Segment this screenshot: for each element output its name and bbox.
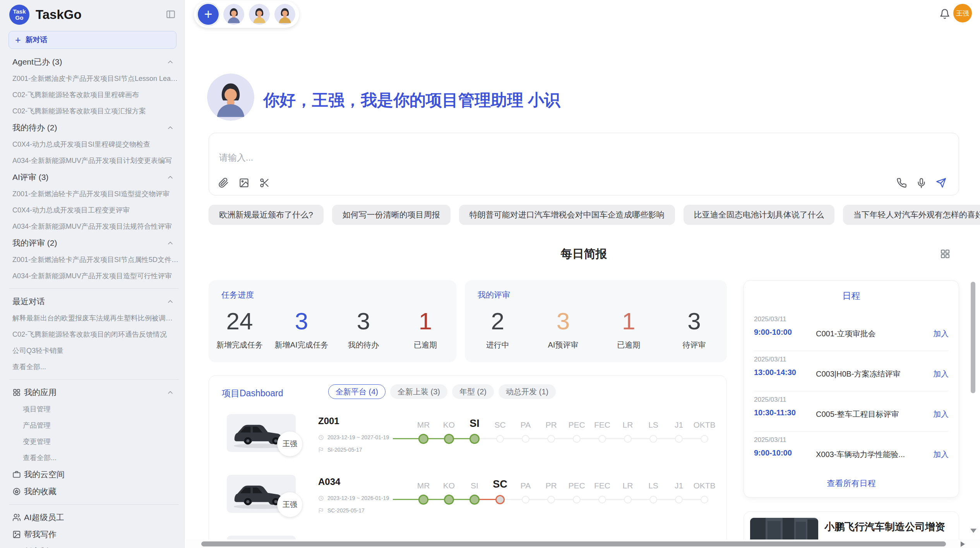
schedule-join-link[interactable]: 加入 — [933, 369, 949, 379]
section-header[interactable]: 我的待办 (2) — [12, 119, 179, 136]
person-avatar[interactable] — [274, 4, 295, 25]
app-item[interactable]: 产品管理 — [12, 417, 179, 433]
sidebar-item-star-badge[interactable]: 我的收藏 — [12, 483, 179, 500]
apps-view-all-link[interactable]: 查看全部... — [12, 450, 179, 466]
grid-view-icon[interactable] — [940, 248, 951, 259]
recent-view-all-link[interactable]: 查看全部... — [12, 359, 179, 375]
scroll-down-arrow-icon[interactable] — [970, 529, 977, 533]
divider — [9, 288, 179, 289]
microphone-icon[interactable] — [916, 178, 927, 188]
schedule-join-link[interactable]: 加入 — [933, 329, 949, 339]
sidebar-tool-item[interactable]: 帮我写作 — [12, 526, 179, 543]
section-title: 我的应用 — [12, 387, 57, 398]
app-item[interactable]: 变更管理 — [12, 433, 179, 450]
conversation-item[interactable]: C0X4-动力总成开发项目工程变更评审 — [12, 202, 179, 218]
milestone-label: MR — [411, 475, 436, 490]
section-header[interactable]: 我的应用 — [12, 384, 179, 401]
sidebar-tool-item[interactable]: 创意制图 — [12, 543, 179, 548]
milestone-dot — [469, 434, 480, 444]
suggestion-chip[interactable]: 如何写一份清晰的项目周报 — [332, 205, 451, 225]
conversation-item[interactable]: C02-飞腾新能源轻客改款项目立项汇报方案 — [12, 103, 179, 119]
milestone-step: KO — [436, 414, 462, 446]
stat: 3我的待办 — [332, 304, 394, 350]
milestone-label: MR — [411, 414, 436, 430]
chevron-up-icon — [166, 239, 174, 247]
stat-value: 2 — [465, 304, 530, 338]
new-chat-label: 新对话 — [26, 35, 48, 45]
milestone-dot — [547, 435, 555, 443]
section-header[interactable]: 我的评审 (2) — [12, 235, 179, 252]
schedule-join-link[interactable]: 加入 — [933, 449, 949, 460]
sidebar-tool-label: 帮我写作 — [24, 529, 57, 540]
phone-icon[interactable] — [896, 178, 907, 188]
sidebar-tool-item[interactable]: AI超级员工 — [12, 509, 179, 526]
conversation-item[interactable]: A034-全新新能源MUV产品开发项目法规符合性评审 — [12, 218, 179, 235]
suggestion-chip[interactable]: 比亚迪全固态电池计划具体说了什么 — [684, 205, 834, 225]
sidebar-item-label: 我的云空间 — [24, 469, 65, 480]
section-header[interactable]: AI评审 (3) — [12, 169, 179, 186]
schedule-time: 13:00-14:30 — [754, 368, 796, 377]
recent-conversation-item[interactable]: C02-飞腾新能源轻客改款项目的闭环通告反馈情况 — [12, 326, 179, 342]
app-item[interactable]: 项目管理 — [12, 401, 179, 417]
send-icon[interactable] — [936, 178, 946, 188]
milestone-step: PEC — [564, 414, 589, 446]
milestone-dot — [573, 496, 581, 503]
conversation-item[interactable]: C0X4-动力总成开发项目SI里程碑提交物检查 — [12, 136, 179, 152]
milestone-label: SI — [462, 414, 487, 430]
sidebar-item-cloud-space[interactable]: 我的云空间 — [12, 466, 179, 483]
conversation-item[interactable]: C02-飞腾新能源轻客改款项目里程碑画布 — [12, 87, 179, 103]
milestone-step: FEC — [589, 414, 615, 446]
suggestion-chip[interactable]: 欧洲新规最近颁布了什么? — [209, 205, 324, 225]
cloud-space-icon — [12, 470, 21, 479]
sidebar-collapse-icon[interactable] — [166, 9, 176, 19]
recent-conversation-item[interactable]: 解释最新出台的欧盟报废车法规再生塑料比例被调至15%... — [12, 310, 179, 326]
dashboard-tab[interactable]: 全新平台 (4) — [328, 384, 385, 399]
section-header[interactable]: 最近对话 — [12, 293, 179, 310]
suggestion-chip[interactable]: 当下年轻人对汽车外观有怎样的喜好趋势 — [843, 205, 980, 225]
vertical-scrollbar-thumb[interactable] — [971, 282, 975, 393]
milestone-dot — [522, 496, 529, 503]
project-date-range: 2023-12-19 ~ 2027-01-19 — [318, 434, 389, 440]
new-chat-button[interactable]: + 新对话 — [9, 31, 176, 49]
recent-conversation-item[interactable]: 公司Q3轻卡销量 — [12, 342, 179, 359]
bell-icon[interactable] — [939, 9, 950, 19]
attachment-icon — [218, 178, 229, 188]
chevron-up-icon — [166, 298, 174, 305]
conversation-item[interactable]: A034-全新新能源MUV产品开发项目计划变更表编写 — [12, 152, 179, 169]
milestone-dot — [418, 434, 428, 444]
stat: 3AI预评审 — [530, 304, 596, 350]
schedule-join-link[interactable]: 加入 — [933, 409, 949, 420]
section-title: AI评审 (3) — [12, 172, 48, 183]
milestone-flag-text: SC-2025-05-17 — [327, 507, 365, 514]
horizontal-scrollbar-thumb[interactable] — [201, 541, 946, 546]
user-avatar[interactable]: 王强 — [953, 4, 972, 22]
message-composer[interactable]: 请输入... — [209, 133, 959, 195]
project-milestone-flag: SI-2025-05-17 — [318, 447, 362, 453]
stat: 3新增AI完成任务 — [271, 304, 332, 350]
conversation-item[interactable]: A034-全新新能源MUV产品开发项目造型可行性评审 — [12, 268, 179, 284]
schedule-date: 2025/03/11 — [754, 436, 786, 444]
composer-input[interactable]: 请输入... — [219, 152, 253, 164]
project-code[interactable]: Z001 — [318, 416, 339, 426]
person-avatar[interactable] — [249, 4, 270, 25]
schedule-view-all-link[interactable]: 查看所有日程 — [744, 478, 959, 489]
dashboard-tab[interactable]: 全新上装 (3) — [390, 384, 447, 399]
new-session-button[interactable]: + — [198, 4, 219, 25]
conversation-item[interactable]: Z001-全新燃油皮卡产品开发项目SI节点Lesson Learn报告 — [12, 70, 179, 87]
milestone-label: PA — [513, 414, 538, 430]
suggestion-chip[interactable]: 特朗普可能对进口汽车增税会对中国车企造成哪些影响 — [459, 205, 675, 225]
conversation-item[interactable]: Z001-全新燃油轻卡产品开发项目SI造型提交物评审 — [12, 186, 179, 202]
stat-value: 3 — [530, 304, 596, 338]
section-header[interactable]: Agent已办 (3) — [12, 53, 179, 70]
session-toolbar: + — [194, 1, 299, 28]
project-code[interactable]: A034 — [318, 476, 340, 487]
owner-avatar: 王强 — [277, 431, 303, 457]
dashboard-tab[interactable]: 年型 (2) — [452, 384, 494, 399]
person-avatar[interactable] — [223, 4, 244, 25]
stat: 2进行中 — [465, 304, 530, 350]
milestone-dot — [624, 435, 632, 443]
stat: 1已逾期 — [394, 304, 456, 350]
scroll-right-arrow-icon[interactable] — [961, 541, 965, 547]
conversation-item[interactable]: Z001-全新燃油轻卡产品开发项目SI节点属性5D文件评审 — [12, 252, 179, 268]
dashboard-tab[interactable]: 动总开发 (1) — [499, 384, 556, 399]
